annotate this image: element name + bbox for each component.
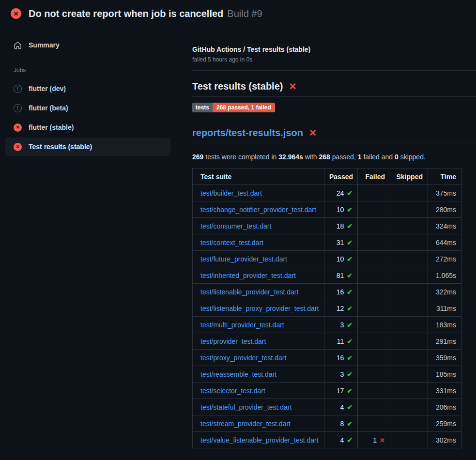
table-row: test/consumer_test.dart18✔324ms <box>193 218 461 234</box>
status-line: failed 5 hours ago in 0s <box>192 56 476 63</box>
check-icon: ✔ <box>347 387 353 395</box>
passed-cell: 24✔ <box>324 185 358 201</box>
count-value: 11 <box>337 337 344 345</box>
time-cell: 206ms <box>428 399 461 415</box>
summary-segment: with <box>303 153 319 161</box>
passed-cell: 4✔ <box>324 399 358 415</box>
test-suite-cell: test/listenable_proxy_provider_test.dart <box>193 300 324 317</box>
divider <box>192 70 476 71</box>
cancelled-status-icon: ! <box>14 85 22 93</box>
job-label: flutter (beta) <box>29 104 68 112</box>
sidebar-item-job-2[interactable]: ✕flutter (stable) <box>5 118 170 137</box>
failed-cell <box>358 317 390 333</box>
sidebar-item-summary[interactable]: Summary <box>5 36 170 54</box>
time-cell: 302ms <box>428 432 461 448</box>
time-cell: 280ms <box>428 201 461 218</box>
check-icon: ✔ <box>347 206 353 214</box>
test-suite-link[interactable]: test/inherited_provider_test.dart <box>200 272 296 279</box>
sidebar-item-job-0[interactable]: !flutter (dev) <box>5 79 170 98</box>
check-icon: ✔ <box>347 239 353 246</box>
count-value: 17 <box>337 387 344 395</box>
test-suite-cell: test/builder_test.dart <box>193 185 324 201</box>
failed-cell <box>358 284 390 300</box>
table-row: test/stateful_provider_test.dart4✔206ms <box>193 399 461 415</box>
time-cell: 331ms <box>428 383 461 399</box>
test-suite-link[interactable]: test/listenable_proxy_provider_test.dart <box>200 305 319 312</box>
summary-segment: 0 <box>395 153 399 161</box>
table-row: test/selector_test.dart17✔331ms <box>193 383 461 399</box>
time-cell: 359ms <box>428 350 461 366</box>
skipped-cell <box>390 432 428 448</box>
summary-segment: skipped. <box>399 153 426 161</box>
table-row: test/stream_provider_test.dart8✔259ms <box>193 415 461 432</box>
summary-segment: tests were completed in <box>203 153 278 161</box>
table-row: test/proxy_provider_test.dart16✔359ms <box>193 350 461 366</box>
report-file-link[interactable]: reports/test-results.json <box>192 127 303 138</box>
main-content: GitHub Actions / Test results (stable) f… <box>192 45 476 448</box>
passed-cell: 10✔ <box>324 251 358 267</box>
test-suite-link[interactable]: test/change_notifier_provider_test.dart <box>200 206 316 214</box>
test-suite-link[interactable]: test/stream_provider_test.dart <box>200 420 291 428</box>
tests-badge: tests 268 passed, 1 failed <box>192 103 275 112</box>
time-cell: 291ms <box>428 333 461 350</box>
check-icon: ✔ <box>347 189 353 197</box>
table-row: test/provider_test.dart11✔291ms <box>193 333 461 350</box>
time-cell: 324ms <box>428 218 461 234</box>
test-suite-link[interactable]: test/future_provider_test.dart <box>200 255 287 263</box>
test-suite-link[interactable]: test/proxy_provider_test.dart <box>200 354 286 362</box>
test-suite-link[interactable]: test/stateful_provider_test.dart <box>200 403 292 411</box>
sidebar-item-job-1[interactable]: !flutter (beta) <box>5 99 170 117</box>
failed-status-icon: ✕ <box>14 143 22 151</box>
table-row: test/reassemble_test.dart3✔185ms <box>193 366 461 383</box>
col-header-failed: Failed <box>358 169 390 185</box>
skipped-cell <box>390 350 428 366</box>
table-row: test/inherited_provider_test.dart81✔1.06… <box>193 267 461 284</box>
count-value: 8 <box>340 420 344 428</box>
build-failed-icon: ✕ <box>11 8 21 19</box>
skipped-cell <box>390 300 428 317</box>
check-icon: ✔ <box>347 222 353 230</box>
section-title: Test results (stable) <box>192 81 283 92</box>
test-suite-link[interactable]: test/multi_provider_test.dart <box>200 321 284 329</box>
time-cell: 185ms <box>428 366 461 383</box>
test-suite-cell: test/value_listenable_provider_test.dart <box>193 432 324 448</box>
check-icon: ✔ <box>347 370 353 378</box>
summary-segment: 1 <box>358 153 362 161</box>
page-header: ✕ Do not create report when job is cance… <box>0 0 476 27</box>
check-icon: ✔ <box>347 354 353 362</box>
test-suite-link[interactable]: test/builder_test.dart <box>200 189 262 197</box>
test-suite-link[interactable]: test/value_listenable_provider_test.dart <box>200 436 319 444</box>
table-row: test/value_listenable_provider_test.dart… <box>193 432 461 448</box>
test-suite-link[interactable]: test/selector_test.dart <box>200 387 265 395</box>
check-icon: ✔ <box>347 403 353 411</box>
test-suite-link[interactable]: test/listenable_provider_test.dart <box>200 288 298 296</box>
failed-cell <box>358 399 390 415</box>
count-value: 4 <box>340 403 344 411</box>
check-icon: ✔ <box>347 288 353 296</box>
skipped-cell <box>390 251 428 267</box>
failed-x-icon: ✕ <box>309 128 317 138</box>
passed-cell: 8✔ <box>324 415 358 432</box>
test-suite-cell: test/context_test.dart <box>193 234 324 251</box>
sidebar: Summary Jobs !flutter (dev)!flutter (bet… <box>5 36 170 156</box>
failed-cell <box>358 267 390 284</box>
test-suite-cell: test/future_provider_test.dart <box>193 251 324 267</box>
sidebar-item-job-3[interactable]: ✕Test results (stable) <box>5 138 170 156</box>
skipped-cell <box>390 284 428 300</box>
page-title: Do not create report when job is cancell… <box>29 8 223 19</box>
count-value: 4 <box>340 436 344 444</box>
test-suite-cell: test/stateful_provider_test.dart <box>193 399 324 415</box>
failed-cell <box>358 251 390 267</box>
test-suite-link[interactable]: test/provider_test.dart <box>200 337 266 345</box>
time-cell: 183ms <box>428 317 461 333</box>
test-suite-link[interactable]: test/context_test.dart <box>200 239 263 246</box>
table-row: test/future_provider_test.dart10✔272ms <box>193 251 461 267</box>
test-suite-link[interactable]: test/consumer_test.dart <box>200 222 271 230</box>
test-suite-link[interactable]: test/reassemble_test.dart <box>200 370 276 378</box>
failed-cell <box>358 218 390 234</box>
summary-segment: 32.964s <box>278 153 303 161</box>
failed-status-icon: ✕ <box>14 123 22 132</box>
count-value: 31 <box>337 239 344 246</box>
skipped-cell <box>390 415 428 432</box>
sidebar-summary-label: Summary <box>29 41 60 49</box>
